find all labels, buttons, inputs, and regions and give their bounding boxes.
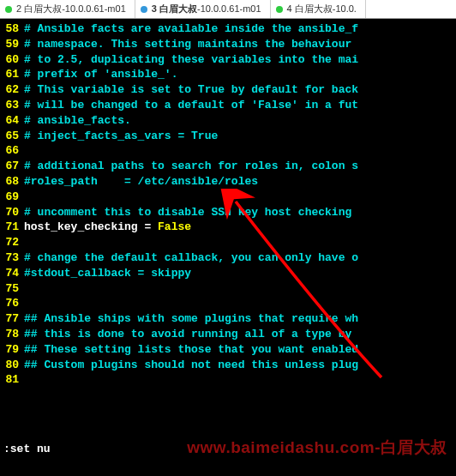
line-number: 58: [0, 21, 24, 37]
code-line[interactable]: 77## Ansible ships with some plugins tha…: [0, 311, 456, 327]
code-line[interactable]: 60# to 2.5, duplicating these variables …: [0, 52, 456, 68]
code-content: # inject_facts_as_vars = True: [24, 129, 218, 144]
code-content: ## Custom plugins should not need this u…: [24, 358, 358, 373]
code-line[interactable]: 69: [0, 190, 456, 205]
code-content: #roles_path = /etc/ansible/roles: [24, 174, 258, 190]
code-content: #stdout_callback = skippy: [24, 266, 191, 281]
line-number: 80: [0, 358, 24, 373]
line-number: 69: [0, 190, 24, 205]
code-content: host_key_checking = False: [24, 220, 191, 235]
tab-1[interactable]: 3 白眉大叔-10.0.0.61-m01: [135, 0, 271, 18]
code-line[interactable]: 61# prefix of 'ansible_'.: [0, 67, 456, 82]
code-content: # change the default callback, you can o…: [24, 250, 358, 266]
line-number: 78: [0, 327, 24, 342]
line-number: 76: [0, 296, 24, 311]
status-line: :set nu: [0, 443, 51, 455]
code-line[interactable]: 81: [0, 372, 456, 388]
code-line[interactable]: 79## These setting lists those that you …: [0, 342, 456, 358]
line-number: 72: [0, 235, 24, 250]
code-line[interactable]: 76: [0, 296, 456, 311]
line-number: 81: [0, 372, 24, 388]
line-number: 75: [0, 281, 24, 297]
code-line[interactable]: 59# namespace. This setting maintains th…: [0, 37, 456, 52]
status-dot-icon: [276, 6, 283, 13]
line-number: 65: [0, 129, 24, 144]
tab-label: 3 白眉大叔-10.0.0.61-m01: [152, 3, 261, 15]
code-line[interactable]: 63# will be changed to a default of 'Fal…: [0, 98, 456, 113]
editor-area[interactable]: 58# Ansible facts are available inside t…: [0, 19, 456, 388]
line-number: 77: [0, 311, 24, 327]
watermark: www.baimeidashu.com-白眉大叔: [187, 437, 447, 459]
tab-label: 2 白眉大叔-10.0.0.61-m01: [16, 3, 126, 15]
line-number: 73: [0, 250, 24, 266]
code-content: # uncomment this to disable SSH key host…: [24, 205, 351, 220]
code-line[interactable]: 72: [0, 235, 456, 250]
code-line[interactable]: 65# inject_facts_as_vars = True: [0, 129, 456, 144]
line-number: 79: [0, 342, 24, 358]
line-number: 59: [0, 37, 24, 52]
code-content: # prefix of 'ansible_'.: [24, 67, 177, 82]
code-content: # namespace. This setting maintains the …: [24, 37, 358, 52]
code-line[interactable]: 62# This variable is set to True by defa…: [0, 82, 456, 98]
code-line[interactable]: 80## Custom plugins should not need this…: [0, 358, 456, 373]
tab-label: 4 白眉大叔-10.0.: [287, 3, 357, 15]
code-line[interactable]: 71host_key_checking = False: [0, 220, 456, 235]
code-content: ## this is done to avoid running all of …: [24, 327, 358, 342]
line-number: 71: [0, 220, 24, 235]
code-line[interactable]: 74#stdout_callback = skippy: [0, 266, 456, 281]
line-number: 70: [0, 205, 24, 220]
line-number: 63: [0, 98, 24, 113]
code-content: # will be changed to a default of 'False…: [24, 98, 358, 113]
code-content: ## These setting lists those that you wa…: [24, 342, 358, 358]
status-dot-icon: [141, 6, 147, 13]
code-content: # ansible_facts.: [24, 113, 131, 129]
code-line[interactable]: 70# uncomment this to disable SSH key ho…: [0, 205, 456, 220]
line-number: 67: [0, 159, 24, 174]
line-number: 62: [0, 82, 24, 98]
line-number: 64: [0, 113, 24, 129]
code-line[interactable]: 58# Ansible facts are available inside t…: [0, 21, 456, 37]
tab-bar: 2 白眉大叔-10.0.0.61-m013 白眉大叔-10.0.0.61-m01…: [0, 0, 456, 19]
code-line[interactable]: 73# change the default callback, you can…: [0, 250, 456, 266]
status-dot-icon: [5, 6, 12, 13]
code-content: # Ansible facts are available inside the…: [24, 21, 358, 37]
code-content: # to 2.5, duplicating these variables in…: [24, 52, 358, 68]
tab-2[interactable]: 4 白眉大叔-10.0.: [271, 0, 366, 18]
code-line[interactable]: 64# ansible_facts.: [0, 113, 456, 129]
code-content: # additional paths to search for roles i…: [24, 159, 358, 174]
code-line[interactable]: 75: [0, 281, 456, 297]
code-line[interactable]: 78## this is done to avoid running all o…: [0, 327, 456, 342]
code-line[interactable]: 68#roles_path = /etc/ansible/roles: [0, 174, 456, 190]
code-line[interactable]: 67# additional paths to search for roles…: [0, 159, 456, 174]
line-number: 60: [0, 52, 24, 68]
line-number: 61: [0, 67, 24, 82]
code-line[interactable]: 66: [0, 143, 456, 159]
line-number: 74: [0, 266, 24, 281]
code-content: ## Ansible ships with some plugins that …: [24, 311, 358, 327]
code-content: # This variable is set to True by defaul…: [24, 82, 358, 98]
line-number: 66: [0, 143, 24, 159]
tab-0[interactable]: 2 白眉大叔-10.0.0.61-m01: [0, 0, 135, 18]
line-number: 68: [0, 174, 24, 190]
